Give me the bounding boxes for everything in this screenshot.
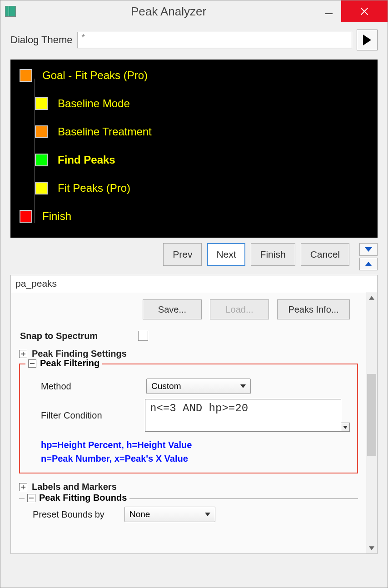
peak-bounds-legend[interactable]: Peak Fitting Bounds	[25, 493, 129, 503]
dialog-theme-label: Dialog Theme	[10, 34, 73, 46]
scroll-up-icon[interactable]	[366, 292, 377, 303]
square-icon	[35, 125, 48, 138]
square-icon	[20, 210, 32, 223]
svg-marker-7	[205, 513, 210, 516]
expand-icon[interactable]	[19, 350, 27, 358]
finish-button[interactable]: Finish	[251, 243, 295, 266]
preset-bounds-select[interactable]: None	[124, 507, 215, 522]
expand-icon[interactable]	[19, 483, 27, 491]
method-row: Method Custom	[27, 378, 350, 394]
scrollbar-thumb[interactable]	[367, 374, 376, 456]
condition-dropdown-button[interactable]	[341, 423, 350, 432]
content-toolbar: Save... Load... Peaks Info...	[19, 299, 358, 319]
app-icon	[5, 6, 16, 17]
preset-bounds-label: Preset Bounds by	[33, 509, 104, 520]
svg-marker-1	[365, 247, 372, 252]
dialog-theme-row: Dialog Theme *	[0, 22, 388, 55]
svg-marker-4	[369, 546, 374, 550]
method-label: Method	[41, 381, 71, 392]
window-title: Peak Analyzer	[20, 5, 317, 19]
vertical-scrollbar[interactable]	[366, 292, 377, 553]
scroll-down-icon[interactable]	[366, 543, 377, 553]
condition-row: Filter Condition n<=3 AND hp>=20	[27, 399, 350, 432]
tree-item-baseline-treatment[interactable]: Baseline Treatment	[35, 122, 368, 141]
theme-menu-button[interactable]	[357, 30, 378, 50]
svg-marker-3	[369, 296, 374, 299]
close-button[interactable]	[341, 0, 388, 22]
hint-line-1: hp=Height Percent, h=Height Value	[41, 438, 350, 452]
tree-item-baseline-mode[interactable]: Baseline Mode	[35, 94, 368, 113]
snap-row: Snap to Spectrum	[19, 328, 358, 344]
load-button[interactable]: Load...	[210, 299, 269, 319]
collapse-icon[interactable]	[27, 494, 35, 502]
filter-hint: hp=Height Percent, h=Height Value n=Peak…	[41, 438, 350, 465]
tree-item-find-peaks[interactable]: Find Peaks	[35, 150, 368, 169]
method-value: Custom	[151, 381, 181, 391]
dialog-theme-input[interactable]: *	[77, 32, 352, 48]
peaks-info-button[interactable]: Peaks Info...	[277, 299, 350, 319]
method-select[interactable]: Custom	[146, 379, 251, 394]
tree-item-goal[interactable]: Goal - Fit Peaks (Pro)	[20, 66, 368, 85]
peak-bounds-label: Peak Fitting Bounds	[39, 493, 127, 503]
collapse-icon[interactable]	[28, 359, 36, 368]
peak-bounds-group: Peak Fitting Bounds Preset Bounds by Non…	[19, 498, 358, 523]
collapse-up-button[interactable]	[359, 258, 378, 270]
peak-finding-header[interactable]: Peak Finding Settings	[19, 349, 358, 359]
square-icon	[20, 69, 32, 82]
window: Peak Analyzer Dialog Theme * Goal - Fit …	[0, 0, 388, 588]
condition-textarea[interactable]: n<=3 AND hp>=20	[145, 399, 341, 432]
collapse-down-button[interactable]	[359, 243, 378, 256]
nav-buttons: Prev Next Finish Cancel	[0, 238, 388, 274]
wizard-tree: Goal - Fit Peaks (Pro) Baseline Mode Bas…	[10, 60, 378, 238]
labels-markers-header[interactable]: Labels and Markers	[19, 482, 358, 492]
square-icon	[35, 97, 48, 110]
titlebar: Peak Analyzer	[0, 0, 388, 22]
content-panel: Save... Load... Peaks Info... Snap to Sp…	[10, 292, 378, 554]
tree-item-label: Find Peaks	[58, 154, 115, 166]
cancel-button[interactable]: Cancel	[301, 243, 349, 266]
scroll-updown	[359, 243, 378, 270]
tree-item-fit-peaks[interactable]: Fit Peaks (Pro)	[35, 179, 368, 198]
peak-filtering-group: Peak Filtering Method Custom Filter Cond…	[19, 364, 358, 473]
svg-marker-0	[363, 35, 371, 45]
save-button[interactable]: Save...	[143, 299, 202, 319]
tree-item-label: Fit Peaks (Pro)	[58, 182, 130, 194]
window-buttons	[317, 0, 388, 22]
preset-bounds-row: Preset Bounds by None	[19, 506, 358, 523]
next-button[interactable]: Next	[207, 243, 245, 266]
tree-item-label: Goal - Fit Peaks (Pro)	[42, 69, 148, 82]
tree-item-label: Baseline Mode	[58, 97, 130, 110]
peak-finding-label: Peak Finding Settings	[32, 349, 127, 359]
minimize-button[interactable]	[317, 0, 341, 22]
square-icon	[35, 182, 48, 194]
hint-line-2: n=Peak Number, x=Peak's X Value	[41, 452, 350, 465]
snap-label: Snap to Spectrum	[20, 331, 98, 341]
tab-header: pa_peaks	[10, 275, 378, 292]
peak-filtering-label: Peak Filtering	[40, 358, 99, 369]
preset-bounds-value: None	[129, 509, 150, 519]
snap-checkbox[interactable]	[138, 331, 148, 341]
prev-button[interactable]: Prev	[163, 243, 202, 266]
svg-marker-6	[343, 426, 348, 429]
svg-marker-2	[365, 262, 372, 266]
svg-marker-5	[240, 384, 246, 388]
tree-item-finish[interactable]: Finish	[20, 207, 368, 226]
square-icon	[35, 154, 48, 166]
tree-item-label: Finish	[42, 210, 71, 223]
condition-label: Filter Condition	[41, 410, 102, 421]
peak-filtering-legend[interactable]: Peak Filtering	[25, 358, 102, 369]
labels-markers-label: Labels and Markers	[32, 482, 117, 492]
tree-item-label: Baseline Treatment	[58, 125, 152, 138]
